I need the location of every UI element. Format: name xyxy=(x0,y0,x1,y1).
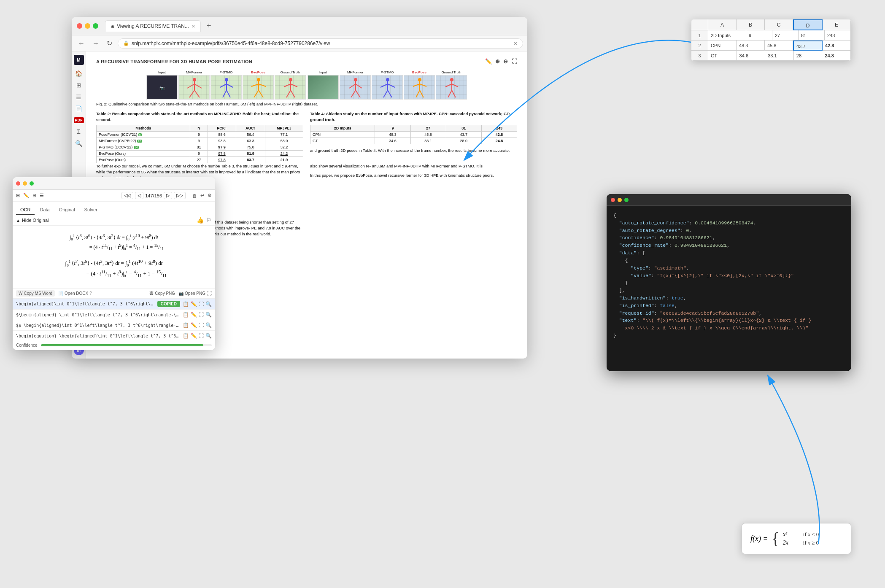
json-close-button[interactable] xyxy=(611,198,615,202)
edit-icon[interactable]: ✏️ xyxy=(485,58,492,65)
ss-cell-e3[interactable]: 24.8 xyxy=(822,51,851,61)
result-item-2[interactable]: $\begin{aligned} \int_0^1\left\langle t^… xyxy=(13,310,215,320)
new-tab-button[interactable]: + xyxy=(204,22,214,30)
ss-cell-c3[interactable]: 33.1 xyxy=(765,51,794,61)
expand-icon-2[interactable]: ⛶ xyxy=(199,312,204,318)
ocr-toolbar-icon1[interactable]: ⊞ xyxy=(16,193,20,198)
copy-icon[interactable]: 📋 xyxy=(183,301,189,307)
back-button[interactable]: ← xyxy=(76,39,87,48)
ocr-share-icon[interactable]: ↩ xyxy=(200,193,204,198)
cell-auc: 75.8 xyxy=(236,144,265,150)
forward-button[interactable]: → xyxy=(90,39,101,48)
ocr-minimize-button[interactable] xyxy=(23,181,27,186)
expand-icon-1[interactable]: ⛶ xyxy=(199,301,204,307)
close-button[interactable] xyxy=(77,23,82,29)
ss-cell-e1[interactable]: 243 xyxy=(825,30,851,40)
ss-cell-b1[interactable]: 9 xyxy=(746,30,772,40)
copy-icon-2[interactable]: 📋 xyxy=(183,312,189,318)
ocr-nav-left[interactable]: ◁ xyxy=(135,192,143,199)
copy-icon-3[interactable]: 📋 xyxy=(183,322,189,328)
fig-cell-evopose2 xyxy=(404,75,435,100)
zoom-out-icon[interactable]: ⊖ xyxy=(503,58,508,65)
open-docx-button[interactable]: 📄 Open DOCX ? xyxy=(58,291,92,296)
search-icon-4[interactable]: 🔍 xyxy=(205,333,212,339)
ss-col-e[interactable]: E xyxy=(823,19,851,30)
search-icon-3[interactable]: 🔍 xyxy=(205,322,212,328)
tab-ocr[interactable]: OCR xyxy=(16,205,35,215)
edit-icon-1[interactable]: ✏️ xyxy=(191,301,197,307)
thumbs-up-icon[interactable]: 👍 xyxy=(197,217,204,224)
ss-col-b[interactable]: B xyxy=(737,19,765,30)
expand-icon[interactable]: ⛶ xyxy=(207,291,212,297)
browser-tab-active[interactable]: ⊞ Viewing A RECURSIVE TRAN... ✕ xyxy=(105,20,201,32)
col-methods: Methods xyxy=(97,125,190,131)
ocr-prev-page[interactable]: ◁◁ xyxy=(121,192,133,199)
ocr-maximize-button[interactable] xyxy=(30,181,34,186)
ss-cell-c2[interactable]: 45.8 xyxy=(765,40,793,51)
result-item-1[interactable]: \begin{aligned}\int_0^1\left\langle t^7,… xyxy=(13,299,215,310)
doc-icon[interactable]: 📄 xyxy=(75,105,82,112)
search-icon-1[interactable]: 🔍 xyxy=(205,301,212,307)
help-icon[interactable]: ? xyxy=(89,291,92,296)
ss-col-d[interactable]: D xyxy=(793,19,823,30)
json-minimize-button[interactable] xyxy=(618,198,622,202)
tab-original[interactable]: Original xyxy=(55,205,79,215)
ocr-nav-right[interactable]: ▷ xyxy=(164,192,172,199)
address-bar[interactable]: 🔒 snip.mathpix.com/mathpix-example/pdfs/… xyxy=(118,38,523,49)
ss-cell-d1[interactable]: 81 xyxy=(799,30,825,40)
tab-solver[interactable]: Solver xyxy=(80,205,102,215)
result-item-4[interactable]: \begin{equation} \begin{aligned}\int_0^1… xyxy=(13,331,215,341)
list-icon[interactable]: ☰ xyxy=(76,94,81,100)
tab-data[interactable]: Data xyxy=(35,205,54,215)
fig-label-mhformer2: MHFormer xyxy=(340,70,371,74)
ss-cell-d3[interactable]: 28 xyxy=(794,51,823,61)
hide-original-toggle[interactable]: ▲ Hide Original xyxy=(16,218,49,223)
grid-icon[interactable]: ⊞ xyxy=(76,82,81,89)
flag-icon[interactable]: ⚐ xyxy=(206,217,212,224)
ss-cell-c1[interactable]: 27 xyxy=(772,30,799,40)
table-row: EvoPose (Ours) 27 97.8 83.7 21.9 xyxy=(97,156,303,163)
edit-icon-2[interactable]: ✏️ xyxy=(191,312,197,318)
ss-cell-e2[interactable]: 42.8 xyxy=(823,40,851,51)
ss-cell-d2-selected[interactable]: 43.7 xyxy=(793,40,823,51)
minimize-button[interactable] xyxy=(85,23,90,29)
svg-line-15 xyxy=(254,90,259,97)
svg-line-4 xyxy=(194,90,200,97)
ocr-delete-icon[interactable]: 🗑 xyxy=(192,193,197,198)
copy-png-button[interactable]: 🖼 Copy PNG xyxy=(149,291,175,296)
json-maximize-button[interactable] xyxy=(624,198,629,202)
ss-col-c[interactable]: C xyxy=(765,19,793,30)
fig-label-input1: Input xyxy=(146,70,178,74)
ocr-close-button[interactable] xyxy=(16,181,20,186)
ss-cell-b2[interactable]: 48.3 xyxy=(737,40,765,51)
search-icon-2[interactable]: 🔍 xyxy=(205,312,212,318)
search-icon[interactable]: 🔍 xyxy=(75,140,82,147)
expand-icon-3[interactable]: ⛶ xyxy=(199,322,204,328)
refresh-button[interactable]: ↻ xyxy=(105,38,114,48)
tab-close-icon[interactable]: ✕ xyxy=(192,24,195,29)
cell-val: 48.3 xyxy=(375,131,410,138)
zoom-in-icon[interactable]: ⊕ xyxy=(495,58,500,65)
open-png-button[interactable]: 📷 Open PNG ⛶ xyxy=(178,291,212,297)
fullscreen-icon[interactable]: ⛶ xyxy=(512,58,517,65)
ss-cell-a3[interactable]: GT xyxy=(708,51,737,61)
copy-ms-word-button[interactable]: W Copy MS Word xyxy=(16,290,55,297)
pdf-icon[interactable]: PDF xyxy=(74,117,84,123)
copy-icon-4[interactable]: 📋 xyxy=(183,333,189,339)
ss-cell-a2[interactable]: CPN xyxy=(708,40,737,51)
ocr-toolbar-icon3[interactable]: ⊟ xyxy=(32,193,36,198)
ocr-next-page[interactable]: ▷▷ xyxy=(174,192,186,199)
edit-icon-4[interactable]: ✏️ xyxy=(191,333,197,339)
result-item-3[interactable]: $$ \begin{aligned}\int_0^1\left\langle t… xyxy=(13,320,215,331)
ocr-settings-icon[interactable]: ⚙ xyxy=(208,193,212,198)
ocr-toolbar-icon4[interactable]: ☰ xyxy=(40,193,44,198)
sigma-icon[interactable]: Σ xyxy=(77,128,81,135)
ss-cell-b3[interactable]: 34.6 xyxy=(737,51,766,61)
ss-cell-a1[interactable]: 2D Inputs xyxy=(708,30,746,40)
edit-icon-3[interactable]: ✏️ xyxy=(191,322,197,328)
ocr-toolbar-icon2[interactable]: ✏️ xyxy=(23,193,29,198)
home-icon[interactable]: 🏠 xyxy=(75,70,82,77)
ss-col-a[interactable]: A xyxy=(708,19,737,30)
maximize-button[interactable] xyxy=(93,23,98,29)
expand-icon-4[interactable]: ⛶ xyxy=(199,333,204,339)
